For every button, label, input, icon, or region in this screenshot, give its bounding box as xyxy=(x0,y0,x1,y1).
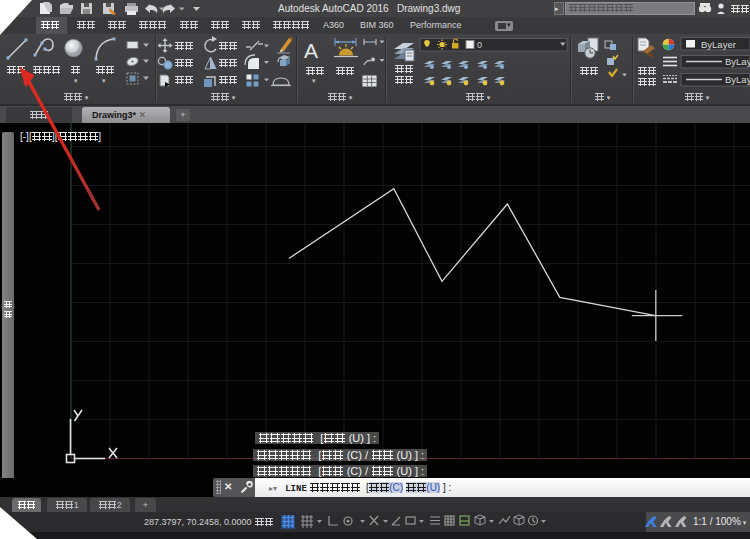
svg-text:A: A xyxy=(304,39,318,62)
svg-text:ByLay: ByLay xyxy=(725,74,750,85)
svg-text:ByLayer: ByLayer xyxy=(701,39,736,50)
svg-text:ByLay: ByLay xyxy=(725,56,750,67)
svg-text:0: 0 xyxy=(477,40,482,50)
